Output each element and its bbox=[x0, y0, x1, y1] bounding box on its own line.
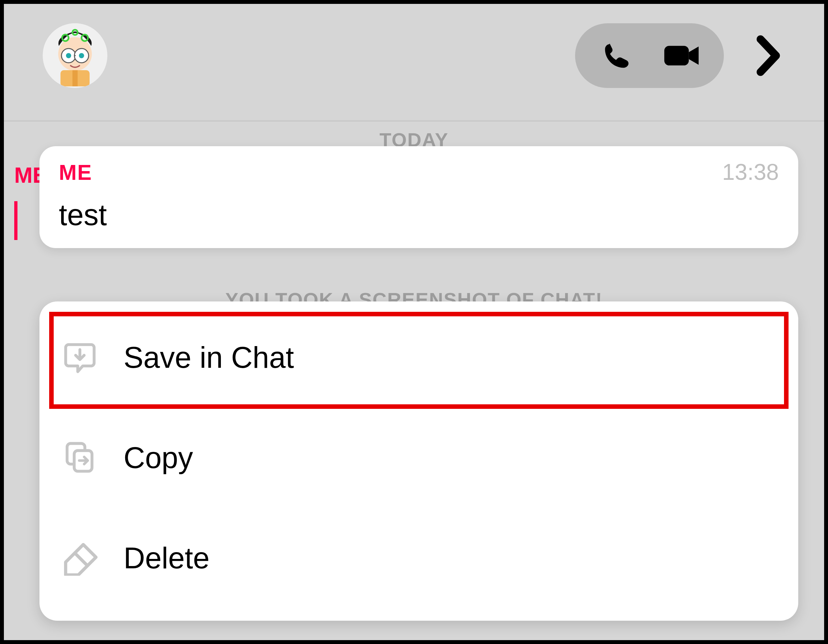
friend-avatar[interactable] bbox=[43, 23, 107, 88]
message-accent-bar bbox=[14, 201, 17, 240]
audio-call-button[interactable] bbox=[585, 23, 649, 88]
svg-rect-12 bbox=[664, 46, 689, 66]
phone-icon bbox=[599, 38, 635, 74]
delete-label: Delete bbox=[124, 541, 210, 575]
svg-point-9 bbox=[79, 53, 84, 58]
message-action-sheet: Save in Chat Copy Delete bbox=[39, 301, 798, 621]
open-profile-button[interactable] bbox=[746, 23, 792, 88]
call-controls bbox=[575, 23, 724, 88]
svg-line-16 bbox=[75, 553, 87, 566]
avatar-icon bbox=[43, 23, 107, 88]
message-sender-label: ME bbox=[59, 160, 92, 185]
copy-icon bbox=[62, 440, 107, 475]
app-frame: TODAY ME YOU TOOK A SCREENSHOT OF CHAT! … bbox=[0, 0, 828, 644]
video-icon bbox=[661, 38, 703, 74]
message-timestamp: 13:38 bbox=[722, 159, 779, 185]
copy-label: Copy bbox=[124, 441, 193, 475]
copy-button[interactable]: Copy bbox=[39, 407, 798, 508]
chat-header bbox=[4, 4, 824, 107]
selected-message-card[interactable]: ME 13:38 test bbox=[39, 146, 798, 248]
message-header-row: ME 13:38 bbox=[59, 159, 779, 185]
save-icon bbox=[62, 340, 107, 375]
save-in-chat-button[interactable]: Save in Chat bbox=[39, 307, 798, 407]
chevron-right-icon bbox=[756, 33, 782, 78]
save-in-chat-label: Save in Chat bbox=[124, 341, 294, 374]
delete-icon bbox=[62, 540, 107, 576]
message-text: test bbox=[59, 198, 779, 232]
svg-rect-11 bbox=[72, 70, 78, 86]
delete-button[interactable]: Delete bbox=[39, 508, 798, 608]
header-divider bbox=[4, 120, 824, 122]
video-call-button[interactable] bbox=[649, 23, 714, 88]
svg-point-8 bbox=[66, 53, 71, 58]
